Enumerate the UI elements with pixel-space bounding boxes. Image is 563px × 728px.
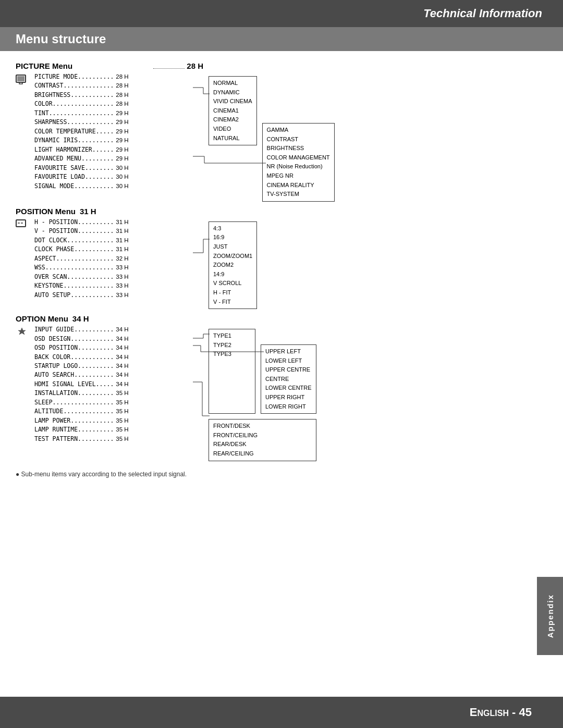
position-menu-item-page: 33 H: [115, 281, 129, 290]
bottom-note-text: ● Sub-menu items vary according to the s…: [16, 471, 187, 478]
picture-menu-item-name: TINT..................: [33, 109, 115, 118]
option-menu-item-page: 35 H: [115, 416, 129, 425]
picture-mode-option: NATURAL: [213, 134, 252, 143]
picture-menu-item-page: 30 H: [115, 172, 129, 181]
picture-menu-left: PICTURE Menu 28 H PICTURE MODE..........…: [16, 61, 203, 191]
position-menu-item-name: AUTO SETUP............: [33, 291, 115, 300]
position-menu-item-name: H - POSITION..........: [33, 218, 115, 227]
picture-menu-item-page: 29 H: [115, 145, 129, 154]
option-menu-item-name: LAMP RUNTIME..........: [33, 425, 115, 434]
position-menu-item-page: 33 H: [115, 291, 129, 300]
installation-option: FRONT/DESK: [213, 422, 312, 431]
position-menu-items-row: H - POSITION..........31 HV - POSITION..…: [16, 218, 203, 300]
option-menu-item-name: AUTO SEARCH...........: [33, 371, 115, 379]
position-menu-item: V - POSITION..........31 H: [33, 227, 130, 236]
option-menu-item-page: 34 H: [115, 362, 129, 371]
advanced-menu-option: CONTRAST: [267, 135, 330, 144]
picture-menu-header: PICTURE Menu 28 H: [16, 61, 203, 70]
picture-menu-item-page: 30 H: [115, 182, 129, 191]
option-menu-item-page: 35 H: [115, 435, 129, 443]
picture-menu-item-page: 29 H: [115, 118, 129, 127]
aspect-option: 14:9: [213, 270, 252, 279]
osd-position-option: LOWER LEFT: [265, 356, 312, 366]
appendix-label: Appendix: [546, 594, 555, 638]
picture-menu-item-page: 29 H: [115, 136, 129, 145]
position-menu-page: 31 H: [80, 207, 96, 216]
option-menu-section: OPTION Menu 34 H INPUT GUIDE...........3…: [16, 314, 547, 461]
picture-menu-item-page: 28 H: [115, 72, 129, 81]
picture-menu-item-page: 29 H: [115, 154, 129, 163]
picture-menu-icon: [16, 73, 30, 88]
picture-menu-item: PICTURE MODE..........28 H: [33, 72, 130, 81]
installation-option: REAR/DESK: [213, 440, 312, 449]
position-menu-item: WSS...................33 H: [33, 263, 130, 272]
picture-menu-item: SHARPNESS.............29 H: [33, 118, 130, 127]
appendix-tab: Appendix: [537, 577, 563, 655]
picture-menu-item-name: CONTRAST..............: [33, 81, 115, 90]
picture-menu-item: SIGNAL MODE...........30 H: [33, 182, 130, 191]
option-menu-item-page: 34 H: [115, 371, 129, 379]
installation-option: REAR/CEILING: [213, 449, 312, 459]
picture-menu-options: NORMALDYNAMICVIVID CINEMACINEMA1CINEMA2V…: [209, 76, 335, 202]
option-menu-item-page: 34 H: [115, 335, 129, 343]
option-menu-item: INSTALLATION..........35 H: [33, 389, 130, 398]
option-menu-options: TYPE1TYPE2TYPE3 UPPER LEFTLOWER LEFTUPPE…: [209, 329, 316, 461]
position-menu-label: POSITION Menu: [16, 207, 76, 216]
picture-menu-item-name: SHARPNESS.............: [33, 118, 115, 127]
picture-menu-item-name: DYNAMIC IRIS..........: [33, 136, 115, 145]
position-menu-item-name: WSS...................: [33, 263, 115, 272]
footer-page: 45: [519, 706, 532, 719]
picture-menu-label: PICTURE Menu: [16, 61, 72, 70]
section-bar: Menu structure: [0, 27, 563, 51]
option-menu-header: OPTION Menu 34 H: [16, 314, 203, 323]
option-menu-item-page: 34 H: [115, 325, 129, 334]
advanced-menu-option: TV-SYSTEM: [267, 190, 330, 199]
picture-menu-page: 28 H: [187, 61, 203, 70]
aspect-option: 16:9: [213, 233, 252, 242]
option-menu-item-name: INSTALLATION..........: [33, 389, 115, 398]
option-menu-page: 34 H: [72, 314, 89, 323]
option-menu-label: OPTION Menu: [16, 314, 68, 323]
option-menu-item-name: OSD DESIGN............: [33, 335, 115, 343]
picture-menu-item: ADVANCED MENU.........29 H: [33, 154, 130, 163]
position-menu-options: 4:316:9JUSTZOOM/ZOOM1ZOOM214:9V SCROLLH …: [209, 221, 257, 309]
advanced-menu-option: COLOR MANAGEMENT: [267, 153, 330, 163]
picture-menu-item: FAVOURITE LOAD........30 H: [33, 172, 130, 181]
picture-menu-item: CONTRAST..............28 H: [33, 81, 130, 90]
header-bar: Technical Information: [0, 0, 563, 27]
osd-design-option: TYPE1: [213, 331, 251, 341]
position-menu-item: DOT CLOCK.............31 H: [33, 236, 130, 245]
picture-menu-item: COLOR.................28 H: [33, 100, 130, 108]
position-menu-item-name: V - POSITION..........: [33, 227, 115, 236]
option-menu-item-name: HDMI SIGNAL LEVEL.....: [33, 380, 115, 389]
picture-menu-item-name: COLOR.................: [33, 100, 115, 108]
picture-menu-item-page: 30 H: [115, 164, 129, 172]
footer-english: ENGLISH: [470, 706, 509, 719]
position-menu-item-page: 31 H: [115, 236, 129, 245]
osd-position-option: UPPER LEFT: [265, 347, 312, 356]
position-menu-item-name: ASPECT................: [33, 254, 115, 263]
option-menu-item-page: 34 H: [115, 353, 129, 362]
footer-text: ENGLISH - 45: [470, 706, 532, 719]
advanced-menu-option: GAMMA: [267, 126, 330, 135]
option-menu-item: STARTUP LOGO..........34 H: [33, 362, 130, 371]
position-menu-header: POSITION Menu 31 H: [16, 207, 203, 216]
option-menu-left: OPTION Menu 34 H INPUT GUIDE...........3…: [16, 314, 203, 443]
position-menu-item-page: 33 H: [115, 273, 129, 281]
aspect-option: ZOOM/ZOOM1: [213, 252, 252, 261]
position-menu-item: KEYSTONE..............33 H: [33, 281, 130, 290]
position-menu-section: POSITION Menu 31 H H - POSITION.........…: [16, 207, 547, 309]
osd-position-option: UPPER CENTRE: [265, 365, 312, 375]
picture-menu-item: DYNAMIC IRIS..........29 H: [33, 136, 130, 145]
position-menu-item-name: CLOCK PHASE...........: [33, 245, 115, 254]
option-menu-item: OSD DESIGN............34 H: [33, 335, 130, 343]
option-menu-item-name: ALTITUDE..............: [33, 407, 115, 416]
position-menu-item: ASPECT................32 H: [33, 254, 130, 263]
picture-menu-items-row: PICTURE MODE..........28 HCONTRAST......…: [16, 72, 203, 191]
option-menu-item: SLEEP.................35 H: [33, 398, 130, 407]
osd-design-option: TYPE3: [213, 350, 251, 359]
option-menu-item: AUTO SEARCH...........34 H: [33, 371, 130, 379]
picture-mode-option: CINEMA2: [213, 115, 252, 125]
osd-position-options-box: UPPER LEFTLOWER LEFTUPPER CENTRECENTRELO…: [261, 344, 316, 414]
position-menu-item-page: 32 H: [115, 254, 129, 263]
